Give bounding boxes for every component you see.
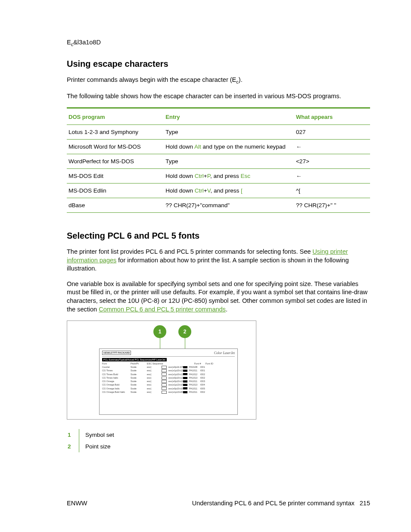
- escape-sequence-example: Ec&l3a1o8D: [67, 39, 370, 47]
- callout-balloon-2: 2: [178, 325, 191, 338]
- color-laserjet-label: Color LaserJet: [214, 351, 235, 355]
- callout-row: 2 Point size: [67, 441, 120, 452]
- hp-logo: HEWLETT® PACKARD: [102, 351, 131, 355]
- mini-row: CG OmegaScaleesc(esc(s0p10v12PA1011I003: [102, 380, 235, 383]
- table-row: Lotus 1-2-3 and Symphony Type 027: [67, 125, 370, 140]
- th-entry: Entry: [164, 108, 294, 125]
- page-footer: ENWW Understanding PCL 6 and PCL 5e prin…: [67, 500, 370, 507]
- mini-row: CG TimesScaleesc(esc(s1p10v12PA1011I001: [102, 369, 235, 372]
- font-list-figure: 1 2 HEWLETT® PACKARD Color LaserJet PCL …: [67, 320, 256, 420]
- link-common-pcl-commands[interactable]: Common PCL 6 and PCL 5 printer commands: [99, 306, 226, 313]
- th-dos-program: DOS program: [67, 108, 164, 125]
- para-escape-table-intro: The following table shows how the escape…: [67, 92, 370, 101]
- footer-right: Understanding PCL 6 and PCL 5e printer c…: [192, 500, 370, 507]
- th-what-appears: What appears: [294, 108, 370, 125]
- para-variable-box: One variable box is available for specif…: [67, 280, 370, 314]
- mini-row: CG Times ItalicScaleesc(esc(s0p10v12PA10…: [102, 376, 235, 380]
- callout-legend: 1 Symbol set 2 Point size: [67, 429, 120, 452]
- callout-row: 1 Symbol set: [67, 429, 120, 441]
- escape-char-table: DOS program Entry What appears Lotus 1-2…: [67, 107, 370, 213]
- table-row: Microsoft Word for MS-DOS Hold down Alt …: [67, 140, 370, 154]
- para-font-list: The printer font list provides PCL 6 and…: [67, 248, 370, 273]
- table-row: dBase ?? CHR(27)+"command" ?? CHR(27)+" …: [67, 198, 370, 213]
- table-row: MS-DOS Edlin Hold down Ctrl+V, and press…: [67, 184, 370, 198]
- footer-left: ENWW: [67, 500, 87, 507]
- mini-sheet-title: PCL Summary/Typical/Actual PCL Sequences…: [102, 358, 167, 361]
- table-row: WordPerfect for MS-DOS Type <27>: [67, 154, 370, 169]
- callout-balloon-1: 1: [153, 325, 166, 338]
- mini-font-sheet: HEWLETT® PACKARD Color LaserJet PCL Summ…: [99, 348, 238, 415]
- mini-row: CG Omega BoldScaleesc(esc(s1p13v10PA1013…: [102, 383, 235, 386]
- mini-row: CG Omega Bold ItalicScaleesc(esc(s1p13v0…: [102, 390, 235, 394]
- table-row: MS-DOS Edit Hold down Ctrl+P, and press …: [67, 169, 370, 184]
- mini-row: CG Omega ItalicScaleesc(esc(s0p10v10PA10…: [102, 387, 235, 390]
- heading-selecting-pcl-fonts: Selecting PCL 6 and PCL 5 fonts: [67, 231, 370, 241]
- mini-row: CG Times BoldScaleesc(esc(s1p10v12PA1012…: [102, 373, 235, 376]
- para-escape-begin: Printer commands always begin with the e…: [67, 76, 370, 85]
- heading-using-escape-characters: Using escape characters: [67, 59, 370, 69]
- mini-row: CourierScaleesc(esc(s0p16.67h0PA0108I001: [102, 365, 235, 369]
